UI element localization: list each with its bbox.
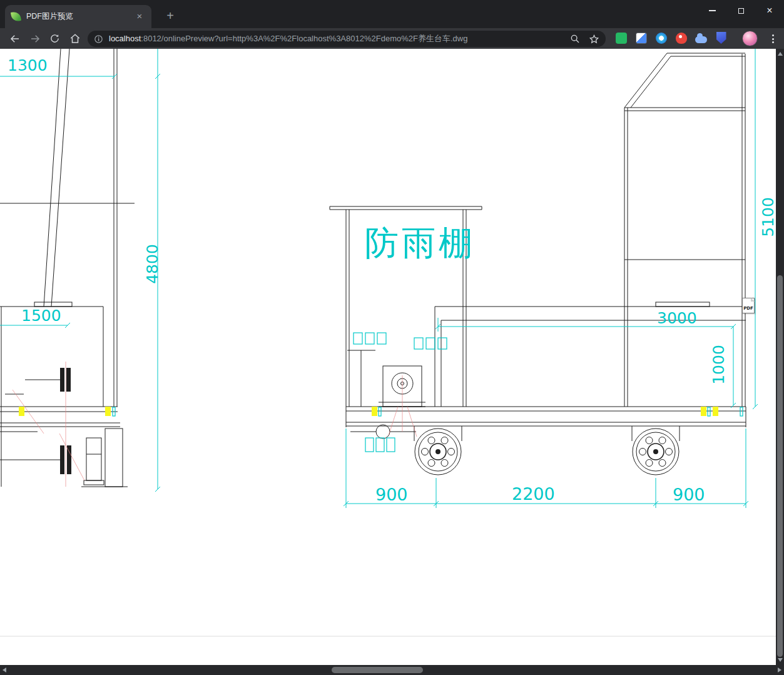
reload-icon — [49, 33, 60, 44]
vertical-scrollbar[interactable] — [776, 49, 784, 665]
zoom-icon[interactable] — [570, 34, 580, 44]
green-extension-icon — [616, 33, 627, 44]
cloud-extension-icon — [695, 36, 707, 43]
back-arrow-icon — [9, 33, 21, 44]
cad-left-view — [0, 49, 135, 487]
new-tab-button[interactable]: + — [161, 8, 179, 25]
close-icon: × — [766, 6, 772, 16]
tab-title: PDF图片预览 — [26, 11, 134, 22]
cad-wheels — [415, 429, 679, 475]
translate-extension-icon — [636, 33, 647, 44]
vertical-scrollbar-thumb[interactable] — [777, 275, 783, 657]
extension-icon-3[interactable] — [654, 31, 668, 44]
menu-dot-icon — [772, 34, 774, 36]
dim-label-4800: 4800 — [145, 244, 160, 284]
minimize-button[interactable] — [698, 0, 726, 21]
extension-icons — [614, 31, 728, 44]
scroll-up-arrow-icon[interactable] — [778, 52, 783, 56]
extension-icon-6[interactable] — [715, 31, 728, 44]
maximize-icon — [738, 8, 744, 14]
scroll-right-arrow-icon[interactable] — [778, 667, 781, 672]
browser-titlebar: PDF图片预览 × + × — [0, 0, 784, 28]
dim-label-1000: 1000 — [711, 345, 726, 385]
menu-dot-icon — [772, 38, 774, 40]
home-button[interactable] — [66, 30, 83, 47]
close-window-button[interactable]: × — [755, 0, 784, 21]
bookmark-star-icon[interactable] — [589, 34, 599, 44]
browser-menu-button[interactable] — [765, 31, 781, 47]
site-info-icon[interactable] — [94, 34, 103, 44]
url-host: localhost — [109, 34, 141, 43]
horizontal-scrollbar[interactable] — [0, 665, 784, 675]
reload-button[interactable] — [46, 30, 63, 47]
dim-label-900-right: 900 — [673, 486, 705, 503]
url-text: localhost:8012/onlinePreview?url=http%3A… — [109, 33, 566, 44]
red-extension-icon — [676, 33, 687, 44]
back-button[interactable] — [6, 30, 23, 47]
rain-shelter-label: 防雨棚 — [365, 226, 476, 260]
cad-centerlines — [13, 362, 417, 487]
dim-label-3000: 3000 — [657, 310, 697, 326]
maximize-button[interactable] — [726, 0, 755, 21]
dim-label-1300: 1300 — [8, 58, 48, 73]
profile-avatar[interactable] — [742, 31, 758, 46]
pdf-badge-text: PDF — [743, 306, 754, 311]
extension-icon-4[interactable] — [675, 31, 688, 44]
menu-dot-icon — [772, 41, 774, 43]
home-icon — [69, 33, 81, 44]
dim-label-900-left: 900 — [375, 486, 408, 503]
scroll-down-arrow-icon[interactable] — [778, 658, 783, 662]
minimize-icon — [709, 10, 716, 11]
page-content: 1300 4800 1500 5100 3000 1000 900 2200 9… — [0, 49, 776, 665]
dim-label-2200: 2200 — [512, 485, 555, 502]
browser-tab[interactable]: PDF图片预览 × — [5, 5, 151, 28]
extension-icon-2[interactable] — [634, 31, 648, 44]
scroll-left-arrow-icon[interactable] — [3, 667, 6, 672]
forward-button[interactable] — [26, 30, 43, 47]
leaf-favicon-icon — [11, 11, 21, 22]
forward-arrow-icon — [29, 33, 41, 44]
tab-close-icon[interactable]: × — [134, 11, 145, 23]
extension-icon-1[interactable] — [614, 31, 628, 44]
extension-icon-5[interactable] — [695, 31, 708, 44]
window-controls: × — [698, 0, 784, 21]
cad-drawing — [0, 49, 776, 665]
shield-extension-icon — [716, 32, 726, 44]
dim-label-1500: 1500 — [21, 308, 61, 323]
horizontal-scrollbar-thumb[interactable] — [332, 667, 423, 673]
pdf-file-icon[interactable]: PDF — [742, 298, 755, 313]
cad-filled-parts — [60, 368, 658, 474]
url-path: :8012/onlinePreview?url=http%3A%2F%2Floc… — [141, 34, 467, 43]
browser-toolbar: localhost:8012/onlinePreview?url=http%3A… — [0, 28, 784, 49]
dim-label-5100: 5100 — [760, 197, 776, 237]
address-bar[interactable]: localhost:8012/onlinePreview?url=http%3A… — [88, 31, 606, 47]
ring-extension-icon — [656, 33, 667, 44]
